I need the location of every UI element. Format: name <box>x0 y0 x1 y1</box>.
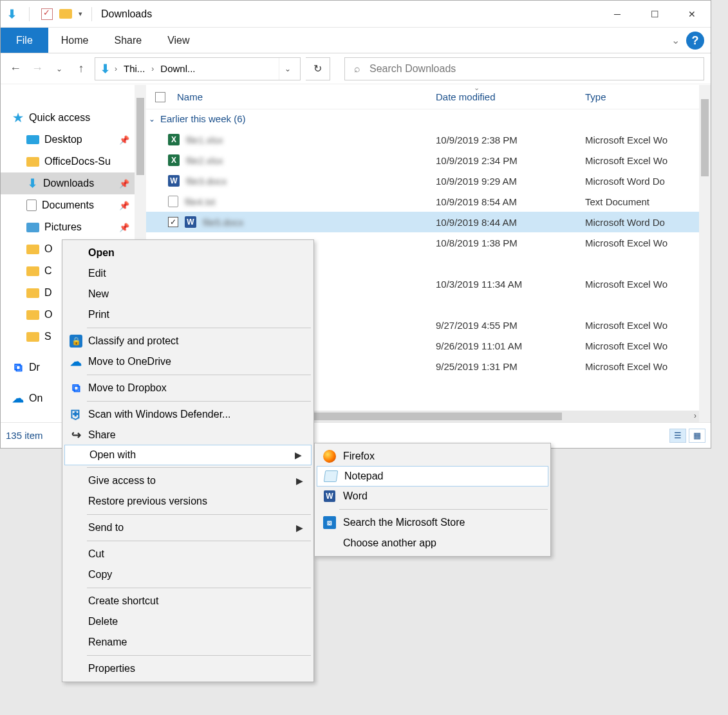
navigation-bar: ← → ⌄ ↑ ⬇ › Thi... › Downl... ⌄ ↻ ⌕ Sear… <box>1 53 711 84</box>
chevron-right-icon[interactable]: › <box>151 64 154 73</box>
pictures-icon <box>26 223 39 232</box>
pin-icon: 📌 <box>119 201 129 210</box>
ctx-defender[interactable]: ⛨Scan with Windows Defender... <box>64 404 312 425</box>
menu-divider <box>87 467 311 468</box>
search-box[interactable]: ⌕ Search Downloads <box>344 57 704 80</box>
sidebar-downloads[interactable]: ⬇Downloads📌 <box>1 172 135 194</box>
ctx-label: Firefox <box>343 450 375 462</box>
forward-button[interactable]: → <box>29 60 46 77</box>
xls-icon: X <box>168 134 180 145</box>
select-all-checkbox[interactable] <box>155 92 165 102</box>
address-dropdown-icon[interactable]: ⌄ <box>279 58 296 80</box>
sidebar-label: S <box>44 331 51 342</box>
separator <box>29 7 30 21</box>
openwith-notepad[interactable]: Notepad <box>317 466 548 487</box>
sidebar-quick-access[interactable]: ★Quick access <box>1 107 135 129</box>
ctx-move-onedrive[interactable]: ☁Move to OneDrive <box>64 351 312 372</box>
ribbon-collapse-icon[interactable]: ⌄ <box>667 28 684 53</box>
column-type[interactable]: Type <box>585 91 606 102</box>
up-button[interactable]: ↑ <box>73 60 89 77</box>
ctx-restore-versions[interactable]: Restore previous versions <box>64 491 312 512</box>
sidebar-documents[interactable]: Documents📌 <box>1 194 135 216</box>
shield-icon: ⛨ <box>70 409 82 420</box>
ctx-send-to[interactable]: Send to▶ <box>64 517 312 538</box>
share-tab[interactable]: Share <box>101 28 154 53</box>
row-checkbox[interactable]: ✓ <box>168 217 178 227</box>
ctx-label: Move to Dropbox <box>88 382 167 394</box>
ctx-cut[interactable]: Cut <box>64 544 312 564</box>
sidebar-pictures[interactable]: Pictures📌 <box>1 216 135 238</box>
ctx-move-dropbox[interactable]: ⧉Move to Dropbox <box>64 378 312 398</box>
openwith-store[interactable]: ⧇Search the Microsoft Store <box>316 512 549 533</box>
ctx-label: Scan with Windows Defender... <box>88 409 230 420</box>
ctx-open-with[interactable]: Open with▶ <box>64 445 312 465</box>
file-tab[interactable]: File <box>1 28 48 53</box>
sidebar-label: On <box>29 393 42 404</box>
recent-dropdown-icon[interactable]: ⌄ <box>51 60 68 77</box>
back-button[interactable]: ← <box>7 60 24 77</box>
scrollbar-thumb[interactable] <box>136 98 144 175</box>
help-button[interactable]: ? <box>686 32 704 50</box>
ctx-open[interactable]: Open <box>64 243 312 263</box>
ctx-properties[interactable]: Properties <box>64 658 312 679</box>
ctx-classify[interactable]: 🔒Classify and protect <box>64 331 312 351</box>
ctx-new[interactable]: New <box>64 284 312 304</box>
pin-icon: 📌 <box>119 223 129 232</box>
address-bar[interactable]: ⬇ › Thi... › Downl... ⌄ <box>95 57 301 80</box>
ctx-delete[interactable]: Delete <box>64 611 312 632</box>
submenu-arrow-icon: ▶ <box>296 523 303 533</box>
chevron-right-icon[interactable]: › <box>115 64 117 73</box>
file-date: 9/25/2019 1:31 PM <box>429 361 579 372</box>
app-icon: ⬇ <box>6 8 17 20</box>
file-name: file4.txt <box>185 196 216 207</box>
ctx-edit[interactable]: Edit <box>64 263 312 284</box>
minimize-button[interactable]: ─ <box>599 1 636 28</box>
submenu-arrow-icon: ▶ <box>295 450 302 460</box>
sidebar-label: Pictures <box>44 221 82 233</box>
thumbnails-view-button[interactable]: ▦ <box>689 429 705 443</box>
open-with-submenu: Firefox Notepad WWord ⧇Search the Micros… <box>314 443 551 557</box>
column-name[interactable]: Name <box>177 91 203 102</box>
qat-properties-icon[interactable]: ✓ <box>41 8 53 20</box>
maximize-button[interactable]: ☐ <box>636 1 673 28</box>
file-type: Microsoft Excel Wo <box>579 340 711 351</box>
ctx-give-access[interactable]: Give access to▶ <box>64 470 312 491</box>
refresh-button[interactable]: ↻ <box>306 57 330 80</box>
search-icon: ⌕ <box>354 63 360 75</box>
folder-icon <box>26 245 39 254</box>
folder-icon <box>26 332 39 342</box>
content-vscrollbar[interactable] <box>699 85 711 422</box>
qat-dropdown-icon[interactable]: ▾ <box>79 10 82 18</box>
ctx-label: Restore previous versions <box>88 496 207 507</box>
location-icon: ⬇ <box>99 63 111 75</box>
details-view-button[interactable]: ☰ <box>669 429 686 443</box>
ctx-copy[interactable]: Copy <box>64 564 312 585</box>
scrollbar-thumb[interactable] <box>701 99 709 176</box>
file-row[interactable]: file4.txt10/9/2019 8:54 AMText Document <box>146 191 711 212</box>
openwith-firefox[interactable]: Firefox <box>316 446 549 467</box>
breadcrumb-this-pc[interactable]: Thi... <box>121 63 147 74</box>
view-tab[interactable]: View <box>154 28 202 53</box>
sidebar-desktop[interactable]: Desktop📌 <box>1 129 135 151</box>
ctx-share[interactable]: ↪Share <box>64 425 312 445</box>
ctx-print[interactable]: Print <box>64 304 312 325</box>
qat-new-folder-icon[interactable] <box>59 9 72 19</box>
column-date[interactable]: Date modified <box>436 91 496 102</box>
sidebar-officedocs[interactable]: OfficeDocs-Su <box>1 151 135 172</box>
file-row[interactable]: Xfile1.xlsx10/9/2019 2:38 PMMicrosoft Ex… <box>146 129 711 150</box>
sidebar-label: Dr <box>29 362 40 373</box>
file-row[interactable]: ✓Wfile5.docx10/9/2019 8:44 AMMicrosoft W… <box>146 212 711 232</box>
file-date: 10/9/2019 9:29 AM <box>429 176 579 187</box>
sidebar-label: Desktop <box>44 134 82 145</box>
openwith-word[interactable]: WWord <box>316 486 549 506</box>
ctx-create-shortcut[interactable]: Create shortcut <box>64 591 312 611</box>
group-header[interactable]: ⌄ Earlier this week (6) <box>146 109 711 129</box>
openwith-choose[interactable]: Choose another app <box>316 533 549 553</box>
home-tab[interactable]: Home <box>48 28 102 53</box>
close-button[interactable]: ✕ <box>673 1 711 28</box>
file-row[interactable]: Xfile2.xlsx10/9/2019 2:34 PMMicrosoft Ex… <box>146 150 711 171</box>
breadcrumb-downloads[interactable]: Downl... <box>158 63 198 74</box>
share-icon: ↪ <box>70 429 82 441</box>
ctx-rename[interactable]: Rename <box>64 632 312 653</box>
file-row[interactable]: Wfile3.docx10/9/2019 9:29 AMMicrosoft Wo… <box>146 171 711 191</box>
